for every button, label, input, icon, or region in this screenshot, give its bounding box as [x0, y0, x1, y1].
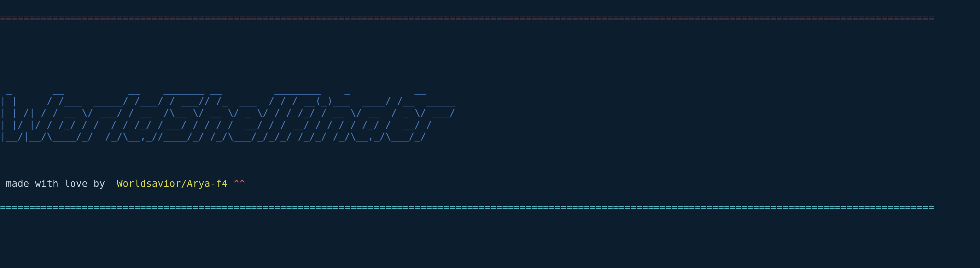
terminal-output: ========================================…: [0, 0, 980, 225]
credit-carets: ^^: [234, 178, 245, 189]
credit-author: Worldsavior/Arya-f4: [117, 178, 234, 189]
ascii-art-title: _ __ __ _______ __ ________ _ __ | | / /…: [0, 83, 980, 142]
blank-line: [0, 59, 980, 71]
credit-line: made with love by Worldsavior/Arya-f4 ^^: [0, 177, 980, 189]
blank-line: [0, 35, 980, 47]
credit-prefix: made with love by: [0, 178, 117, 189]
banner-rule-bottom: ========================================…: [0, 201, 980, 213]
banner-rule-top: ========================================…: [0, 12, 980, 24]
blank-line: [0, 154, 980, 166]
